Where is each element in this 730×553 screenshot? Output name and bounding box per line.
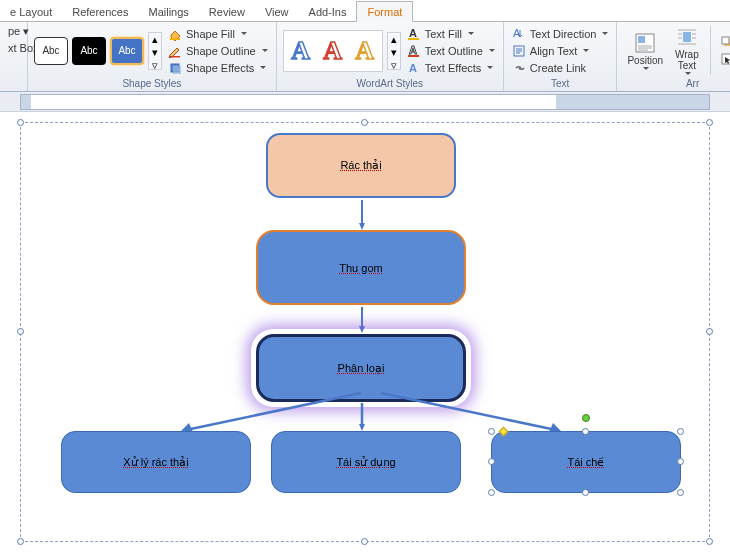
svg-text:A: A [409,27,417,39]
text-direction-button[interactable]: AText Direction [510,26,611,42]
align-text-icon [512,44,526,58]
svg-marker-30 [359,223,365,230]
tab-view[interactable]: View [255,2,299,21]
drawing-canvas[interactable]: Rác thải Thu gom Phân loại Xử lý rác thả… [20,122,710,542]
svg-rect-0 [170,38,180,40]
selection-pane-icon [720,52,730,66]
wordart-style-2[interactable]: A [318,33,348,69]
arrow-1[interactable] [359,200,365,230]
wrap-text-button[interactable]: Wrap Text [671,24,703,77]
document-area: Rác thải Thu gom Phân loại Xử lý rác thả… [0,112,730,553]
text-fill-button[interactable]: AText Fill [405,26,497,42]
svg-rect-3 [173,66,181,74]
shape-rac-thai[interactable]: Rác thải [266,133,456,198]
wordart-gallery[interactable]: A A A [283,30,383,72]
shape-style-1[interactable]: Abc [34,37,68,65]
shape-tai-su-dung[interactable]: Tái sử dụng [271,431,461,493]
svg-rect-19 [683,32,691,42]
svg-marker-36 [359,424,365,431]
group-title-arrange: Arr [623,77,730,91]
svg-rect-7 [408,55,419,57]
horizontal-ruler[interactable] [0,92,730,112]
arrow-3b[interactable] [359,403,365,431]
svg-line-33 [186,393,361,430]
page: Rác thải Thu gom Phân loại Xử lý rác thả… [0,112,730,553]
svg-rect-15 [638,36,645,43]
svg-rect-5 [408,38,419,40]
shape-fill-button[interactable]: Shape Fill [166,26,270,42]
svg-rect-27 [722,37,729,44]
tab-references[interactable]: References [62,2,138,21]
bring-forward-icon [720,35,730,49]
svg-text:A: A [409,44,417,56]
create-link-button[interactable]: Create Link [510,60,611,76]
bring-forward-button[interactable]: Brin [718,34,730,50]
rotate-handle[interactable] [582,414,590,422]
tab-addins[interactable]: Add-Ins [299,2,357,21]
pencil-icon [168,44,182,58]
group-title-text: Text [510,77,611,91]
align-text-button[interactable]: Align Text [510,43,611,59]
wrap-text-icon [676,26,698,48]
tab-review[interactable]: Review [199,2,255,21]
position-button[interactable]: Position [623,30,667,72]
wordart-expand[interactable]: ▴▾▿ [387,32,401,70]
shape-outline-button[interactable]: Shape Outline [166,43,270,59]
link-icon [512,61,526,75]
group-title-wordart: WordArt Styles [283,77,497,91]
text-direction-icon: A [512,27,526,41]
tab-format[interactable]: Format [356,1,413,22]
tab-page-layout[interactable]: e Layout [0,2,62,21]
shape-style-expand[interactable]: ▴▾▿ [148,32,162,70]
text-effects-button[interactable]: AText Effects [405,60,497,76]
shape-xu-ly[interactable]: Xử lý rác thải [61,431,251,493]
shape-tai-che[interactable]: Tái chế [491,431,681,493]
paint-bucket-icon [168,27,182,41]
shape-style-3[interactable]: Abc [110,37,144,65]
tab-mailings[interactable]: Mailings [138,2,198,21]
selection-pane-button[interactable]: Sele [718,51,730,67]
shape-style-2[interactable]: Abc [72,37,106,65]
shape-style-gallery[interactable]: Abc Abc Abc [34,37,144,65]
svg-rect-1 [170,56,180,58]
ribbon-tabs: e Layout References Mailings Review View… [0,0,730,22]
text-outline-button[interactable]: AText Outline [405,43,497,59]
wordart-style-1[interactable]: A [286,33,316,69]
position-icon [634,32,656,54]
wordart-style-3[interactable]: A [350,33,380,69]
group-title-shape-styles: Shape Styles [34,77,270,91]
svg-line-37 [381,393,556,430]
effects-icon [168,61,182,75]
ribbon: pe ▾ xt Box Abc Abc Abc ▴▾▿ Shape Fill S… [0,22,730,92]
text-fill-icon: A [407,27,421,41]
text-effects-icon: A [407,61,421,75]
shape-thu-gom[interactable]: Thu gom [256,230,466,305]
text-outline-icon: A [407,44,421,58]
shape-effects-button[interactable]: Shape Effects [166,60,270,76]
svg-text:A: A [409,62,417,74]
